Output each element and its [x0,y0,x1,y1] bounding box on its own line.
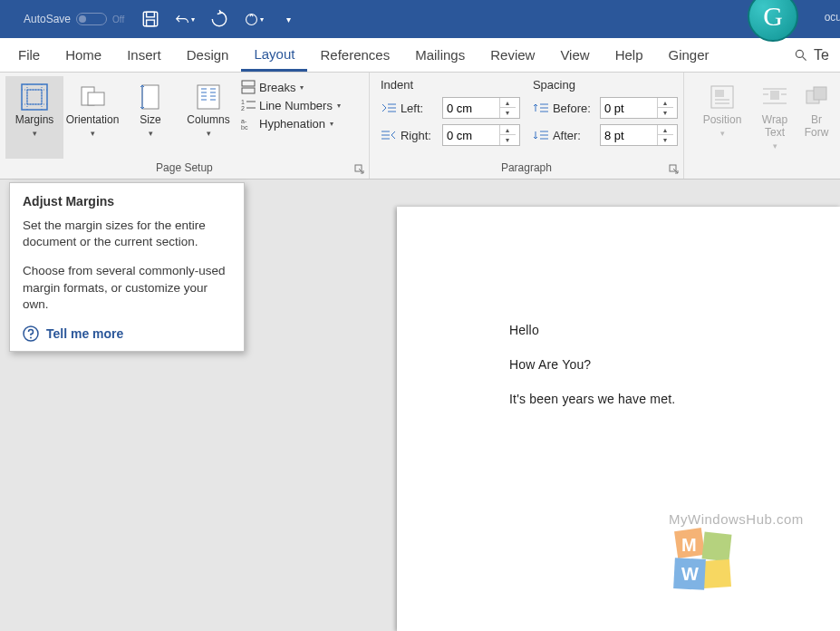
indent-left-label: Left: [401,102,439,115]
spinner-up-icon[interactable]: ▴ [500,125,516,135]
orientation-icon [77,82,108,112]
customize-qat-icon[interactable]: ▾ [278,9,298,29]
tab-file[interactable]: File [5,38,53,72]
autosave-toggle[interactable]: AutoSave Off [24,13,124,25]
help-icon [23,325,39,342]
redo-icon[interactable] [209,9,229,29]
chevron-down-icon: ▾ [207,129,211,138]
size-icon [135,82,166,112]
svg-rect-24 [242,81,255,86]
undo-icon[interactable]: ▾ [175,9,195,29]
update-icon[interactable]: ▾ [244,9,264,29]
chevron-down-icon: ▾ [91,129,95,138]
tooltip-p2: Choose from several commonly-used margin… [23,263,231,313]
document-page[interactable]: Hello How Are You? It's been years we ha… [397,207,840,631]
spinner-up-icon[interactable]: ▴ [500,98,516,108]
columns-button[interactable]: Columns ▾ [179,76,237,159]
chevron-down-icon: ▾ [773,141,777,150]
grammarly-badge-icon[interactable]: G [748,0,798,42]
hyphenation-button[interactable]: a-bc Hyphenation▾ [241,116,341,131]
svg-text:1: 1 [241,99,245,105]
line-numbers-button[interactable]: 12 Line Numbers▾ [241,98,341,112]
hyphenation-icon: a-bc [241,116,256,131]
dialog-launcher-icon[interactable] [354,164,365,175]
svg-rect-1 [147,12,155,16]
document-area: Adjust Margins Set the margin sizes for … [0,180,840,631]
tab-layout[interactable]: Layout [241,38,307,72]
spacing-after-icon [533,129,549,141]
title-text: ocu [825,11,840,24]
svg-rect-47 [715,90,724,97]
margins-button[interactable]: Margins ▾ [5,76,63,159]
spacing-before-icon [533,102,549,114]
line-numbers-icon: 12 [241,98,256,112]
svg-rect-61 [702,559,731,588]
bring-forward-button: Br Forw [798,76,835,159]
tell-me-search[interactable]: Te [788,38,835,72]
breaks-button[interactable]: Breaks▾ [241,80,341,94]
orientation-button[interactable]: Orientation ▾ [63,76,121,159]
svg-text:M: M [681,535,697,555]
search-text: Te [814,47,829,63]
indent-right-label: Right: [401,129,439,142]
indent-left-icon [381,102,397,114]
tab-view[interactable]: View [547,38,602,72]
dialog-launcher-icon[interactable] [669,164,680,175]
save-icon[interactable] [140,9,160,29]
doc-line: Hello [509,323,840,337]
breaks-icon [241,80,256,94]
spinner-down-icon[interactable]: ▾ [500,108,516,118]
svg-point-3 [246,14,257,24]
svg-text:2: 2 [241,105,245,112]
toggle-off-icon[interactable] [76,13,107,25]
columns-icon [193,82,224,112]
tab-review[interactable]: Review [478,38,547,72]
tab-design[interactable]: Design [174,38,242,72]
group-page-setup: Margins ▾ Orientation ▾ Size ▾ Columns ▾ [0,73,370,179]
group-label-paragraph: Paragraph [370,159,683,179]
ribbon-tabs: File Home Insert Design Layout Reference… [0,38,840,73]
tab-home[interactable]: Home [53,38,114,72]
position-button: Position ▾ [693,76,751,159]
tab-insert[interactable]: Insert [114,38,174,72]
autosave-label: AutoSave [24,13,71,25]
chevron-down-icon: ▾ [720,129,725,138]
doc-line: It's been years we have met. [509,392,840,406]
watermark-text: MyWindowsHub.com [669,511,804,527]
indent-right-input[interactable]: ▴▾ [442,124,520,146]
autosave-state: Off [112,15,124,24]
spinner-up-icon[interactable]: ▴ [658,98,673,108]
size-button[interactable]: Size ▾ [121,76,179,159]
spinner-down-icon[interactable]: ▾ [658,108,673,118]
spinner-down-icon[interactable]: ▾ [500,135,516,145]
tab-ginger[interactable]: Ginger [656,38,722,72]
chevron-down-icon: ▾ [149,129,153,138]
tab-mailings[interactable]: Mailings [402,38,478,72]
margins-icon [19,82,50,112]
tooltip-adjust-margins: Adjust Margins Set the margin sizes for … [9,182,245,352]
spinner-up-icon[interactable]: ▴ [658,125,673,135]
svg-rect-6 [22,84,47,110]
svg-rect-13 [88,92,104,105]
spacing-before-input[interactable]: ▴▾ [600,97,678,119]
group-arrange: Position ▾ Wrap Text ▾ Br Forw [684,73,840,179]
watermark-logo-icon: M W [669,526,741,598]
tab-references[interactable]: References [307,38,402,72]
svg-rect-60 [702,532,732,562]
group-paragraph: Indent Left: ▴▾ Right: ▴▾ Spacing Before… [370,73,684,179]
indent-right-icon [381,129,397,141]
bring-forward-icon [801,82,832,112]
tooltip-title: Adjust Margins [23,194,231,209]
tab-help[interactable]: Help [603,38,656,72]
svg-rect-0 [144,12,158,25]
chevron-down-icon: ▾ [300,83,304,92]
svg-text:bc: bc [241,124,248,131]
svg-rect-50 [770,91,779,100]
group-label-page-setup: Page Setup [0,159,369,179]
spinner-down-icon[interactable]: ▾ [658,135,673,145]
indent-left-input[interactable]: ▴▾ [442,97,520,119]
svg-rect-2 [147,20,155,26]
spacing-after-input[interactable]: ▴▾ [600,124,678,146]
tell-me-more-link[interactable]: Tell me more [23,325,231,342]
search-icon [794,48,808,63]
